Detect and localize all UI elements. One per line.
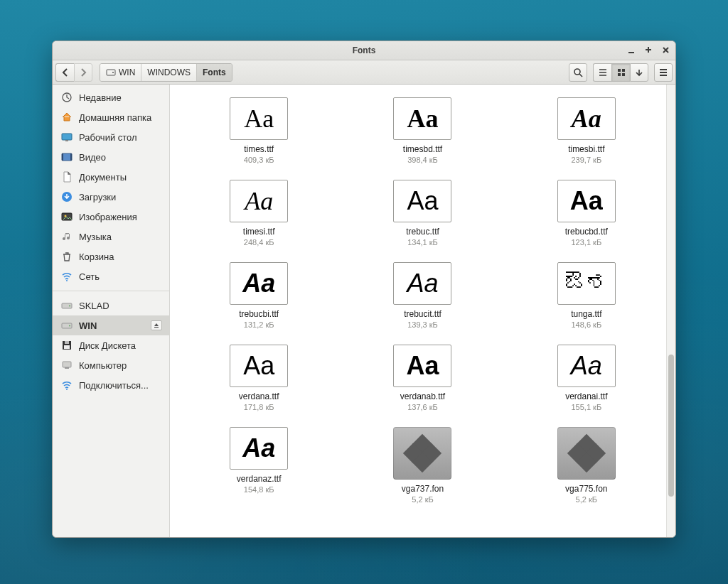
sidebar-item-загрузки[interactable]: Загрузки xyxy=(53,187,169,207)
file-item[interactable]: Aatimes.ttf409,3 кБ xyxy=(184,97,333,164)
sidebar-item-документы[interactable]: Документы xyxy=(53,167,169,187)
font-preview-icon: Aa xyxy=(230,180,288,222)
desktop-icon xyxy=(61,131,73,143)
close-button[interactable] xyxy=(661,45,671,55)
svg-rect-15 xyxy=(70,153,72,161)
hamburger-icon xyxy=(658,67,668,77)
font-preview-icon: Aa xyxy=(557,180,616,222)
file-size: 5,2 кБ xyxy=(412,495,433,504)
sidebar-item-сеть[interactable]: Сеть xyxy=(53,266,169,286)
scrollbar[interactable] xyxy=(666,85,675,537)
file-item[interactable]: ಔಶtunga.ttf148,6 кБ xyxy=(512,262,661,329)
file-item[interactable]: Aatimesbi.ttf239,7 кБ xyxy=(512,97,661,164)
file-item[interactable]: Aatrebucbd.ttf123,1 кБ xyxy=(512,180,661,247)
content-area: Aatimes.ttf409,3 кБAatimesbd.ttf398,4 кБ… xyxy=(170,85,675,537)
file-name: timesbd.ttf xyxy=(403,144,442,154)
file-name: verdanai.ttf xyxy=(565,391,607,401)
file-item[interactable]: vga737.fon5,2 кБ xyxy=(348,427,497,504)
window-title: Fonts xyxy=(353,45,376,55)
sidebar-item-подключиться-[interactable]: Подключиться... xyxy=(53,375,169,395)
svg-point-29 xyxy=(66,389,68,390)
sidebar-item-label: Рабочий стол xyxy=(79,132,137,143)
file-item[interactable]: Aatrebucbi.ttf131,2 кБ xyxy=(184,262,333,329)
breadcrumb-seg-current[interactable]: Fonts xyxy=(197,64,232,81)
computer-icon xyxy=(61,359,73,371)
wifi-icon xyxy=(61,379,73,391)
search-button[interactable] xyxy=(569,63,587,82)
file-item[interactable]: Aaverdanab.ttf137,6 кБ xyxy=(348,345,497,411)
svg-rect-11 xyxy=(62,134,72,140)
sidebar-item-видео[interactable]: Видео xyxy=(53,147,169,167)
sidebar-item-диск-дискета[interactable]: Диск Дискета xyxy=(53,335,169,355)
svg-point-5 xyxy=(574,69,580,75)
sidebar-item-label: Загрузки xyxy=(79,192,116,202)
sidebar-item-рабочий-стол[interactable]: Рабочий стол xyxy=(53,127,169,147)
eject-button[interactable] xyxy=(151,320,162,330)
sidebar-item-музыка[interactable]: Музыка xyxy=(53,227,169,247)
sidebar-item-корзина[interactable]: Корзина xyxy=(53,247,169,266)
file-item[interactable]: Aatimesi.ttf248,4 кБ xyxy=(184,180,333,247)
file-name: vga775.fon xyxy=(565,484,607,494)
font-preview-icon: Aa xyxy=(230,97,288,140)
svg-rect-13 xyxy=(62,153,72,161)
file-name: timesi.ttf xyxy=(243,227,275,237)
file-size: 139,3 кБ xyxy=(407,320,438,329)
file-item[interactable]: Aaverdanai.ttf155,1 кБ xyxy=(512,345,661,411)
arrow-right-icon xyxy=(79,68,87,77)
file-size: 137,6 кБ xyxy=(407,403,438,411)
sidebar-item-недавние[interactable]: Недавние xyxy=(53,87,169,107)
file-size: 239,7 кБ xyxy=(572,156,602,164)
drive-icon xyxy=(61,320,73,331)
breadcrumb-seg-1[interactable]: WINDOWS xyxy=(141,64,197,81)
forward-button[interactable] xyxy=(74,63,92,82)
svg-rect-6 xyxy=(618,69,621,72)
file-item[interactable]: Aaverdanaz.ttf154,8 кБ xyxy=(184,427,333,504)
sidebar-item-компьютер[interactable]: Компьютер xyxy=(53,355,169,375)
titlebar[interactable]: Fonts xyxy=(53,41,675,60)
downloads-icon xyxy=(61,191,73,202)
back-button[interactable] xyxy=(55,63,74,82)
file-item[interactable]: Aatrebucit.ttf139,3 кБ xyxy=(348,262,497,329)
floppy-icon xyxy=(61,340,73,351)
sidebar-item-win[interactable]: WIN xyxy=(53,315,169,335)
breadcrumb-seg-root[interactable]: WIN xyxy=(100,64,141,81)
music-icon xyxy=(61,231,73,242)
sidebar-item-label: Видео xyxy=(79,152,106,163)
file-item[interactable]: Aatrebuc.ttf134,1 кБ xyxy=(348,180,497,247)
svg-rect-28 xyxy=(65,367,69,369)
font-preview-icon: ಔಶ xyxy=(557,262,616,305)
scrollbar-thumb[interactable] xyxy=(668,355,674,497)
file-item[interactable]: Aatimesbd.ttf398,4 кБ xyxy=(348,97,497,164)
minimize-button[interactable] xyxy=(627,45,637,55)
binary-file-icon xyxy=(557,427,616,480)
file-size: 398,4 кБ xyxy=(407,156,438,164)
icon-view-button[interactable] xyxy=(611,63,630,82)
file-item[interactable]: vga775.fon5,2 кБ xyxy=(512,427,661,504)
file-item[interactable]: Aaverdana.ttf171,8 кБ xyxy=(184,345,333,411)
file-name: trebucit.ttf xyxy=(404,309,441,319)
sidebar-item-изображения[interactable]: Изображения xyxy=(53,207,169,227)
svg-rect-9 xyxy=(622,73,625,76)
font-preview-icon: Aa xyxy=(230,262,288,305)
file-name: times.ttf xyxy=(244,144,274,154)
font-preview-icon: Aa xyxy=(230,345,288,387)
file-name: timesbi.ttf xyxy=(568,144,604,154)
svg-rect-14 xyxy=(62,153,63,161)
sidebar-item-label: Диск Дискета xyxy=(79,340,136,351)
file-size: 155,1 кБ xyxy=(572,403,602,411)
file-size: 148,6 кБ xyxy=(572,320,602,329)
svg-point-21 xyxy=(69,305,70,307)
maximize-button[interactable] xyxy=(644,45,654,55)
svg-point-23 xyxy=(69,325,70,327)
breadcrumb-label: Fonts xyxy=(203,67,226,77)
sidebar-item-sklad[interactable]: SKLAD xyxy=(53,296,169,315)
sidebar-item-домашняя-папка[interactable]: Домашняя папка xyxy=(53,107,169,127)
list-view-button[interactable] xyxy=(593,63,611,82)
menu-button[interactable] xyxy=(654,63,673,82)
svg-rect-2 xyxy=(646,49,651,50)
view-options-button[interactable] xyxy=(630,63,648,82)
breadcrumb: WIN WINDOWS Fonts xyxy=(100,63,232,82)
sidebar-item-label: Подключиться... xyxy=(79,380,149,391)
file-size: 134,1 кБ xyxy=(407,238,438,247)
font-preview-icon: Aa xyxy=(393,97,451,140)
